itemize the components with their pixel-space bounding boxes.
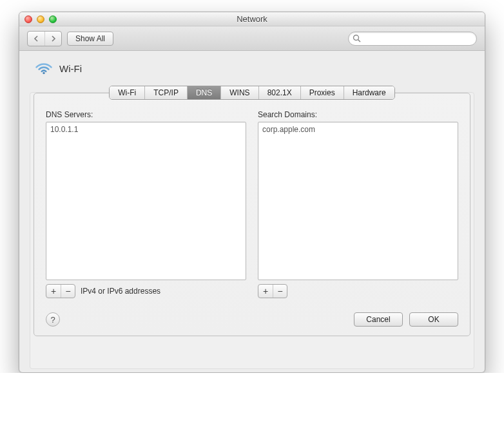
show-all-button[interactable]: Show All xyxy=(67,32,113,46)
cancel-button[interactable]: Cancel xyxy=(354,312,403,327)
svg-point-0 xyxy=(354,35,359,40)
minimize-button[interactable] xyxy=(37,15,44,23)
forward-button[interactable] xyxy=(44,32,61,46)
sheet-header: Wi-Fi xyxy=(30,61,474,79)
traffic-lights xyxy=(24,15,57,23)
dns-servers-list[interactable]: 10.0.1.1 xyxy=(46,122,246,280)
search-domains-column: Search Domains: corp.apple.com + − xyxy=(258,110,458,298)
close-button[interactable] xyxy=(24,15,32,23)
search-domains-pm: + − xyxy=(258,284,287,298)
tab-wins[interactable]: WINS xyxy=(221,86,258,99)
tab-hardware[interactable]: Hardware xyxy=(344,86,394,99)
nav-back-forward xyxy=(27,31,62,46)
zoom-button[interactable] xyxy=(49,15,57,23)
tab-tcpip[interactable]: TCP/IP xyxy=(145,86,188,99)
list-item[interactable]: corp.apple.com xyxy=(262,124,454,135)
tab-dns[interactable]: DNS xyxy=(188,86,221,99)
list-item[interactable]: 10.0.1.1 xyxy=(50,124,242,135)
tab-8021x[interactable]: 802.1X xyxy=(259,86,301,99)
add-search-domain-button[interactable]: + xyxy=(258,285,273,298)
svg-line-1 xyxy=(358,39,360,41)
ok-button[interactable]: OK xyxy=(409,312,458,327)
chevron-right-icon xyxy=(51,35,56,42)
dns-hint: IPv4 or IPv6 addresses xyxy=(81,287,160,296)
help-button[interactable]: ? xyxy=(46,312,60,327)
panel-footer: ? Cancel OK xyxy=(46,312,458,327)
dns-servers-pm: + − xyxy=(46,284,75,298)
tabs: Wi-Fi TCP/IP DNS WINS 802.1X Proxies Har… xyxy=(109,86,394,100)
back-button[interactable] xyxy=(28,32,44,46)
window-title: Network xyxy=(19,14,485,24)
search-domains-list[interactable]: corp.apple.com xyxy=(258,122,458,280)
svg-point-2 xyxy=(43,72,44,74)
dns-panel: DNS Servers: 10.0.1.1 + − IPv4 or IPv6 a… xyxy=(34,93,470,336)
sheet-area: Wi-Fi Wi-Fi TCP/IP DNS WINS 802.1X Proxi… xyxy=(19,51,485,372)
search-wrap xyxy=(348,32,477,46)
tab-row: Wi-Fi TCP/IP DNS WINS 802.1X Proxies Har… xyxy=(30,86,474,100)
dns-servers-label: DNS Servers: xyxy=(46,110,246,119)
remove-search-domain-button[interactable]: − xyxy=(273,285,287,298)
remove-dns-server-button[interactable]: − xyxy=(61,285,75,298)
chevron-left-icon xyxy=(34,35,39,42)
add-dns-server-button[interactable]: + xyxy=(46,285,61,298)
connection-name: Wi-Fi xyxy=(59,63,82,74)
wifi-icon xyxy=(35,61,53,75)
titlebar: Network xyxy=(19,12,485,26)
dns-servers-column: DNS Servers: 10.0.1.1 + − IPv4 or IPv6 a… xyxy=(46,110,246,298)
search-icon xyxy=(353,34,361,43)
tab-proxies[interactable]: Proxies xyxy=(301,86,344,99)
network-prefs-window: Network Show All xyxy=(19,12,485,373)
tab-wifi[interactable]: Wi-Fi xyxy=(110,86,145,99)
search-input[interactable] xyxy=(348,32,477,46)
search-domains-label: Search Domains: xyxy=(258,110,458,119)
toolbar: Show All xyxy=(19,26,485,51)
